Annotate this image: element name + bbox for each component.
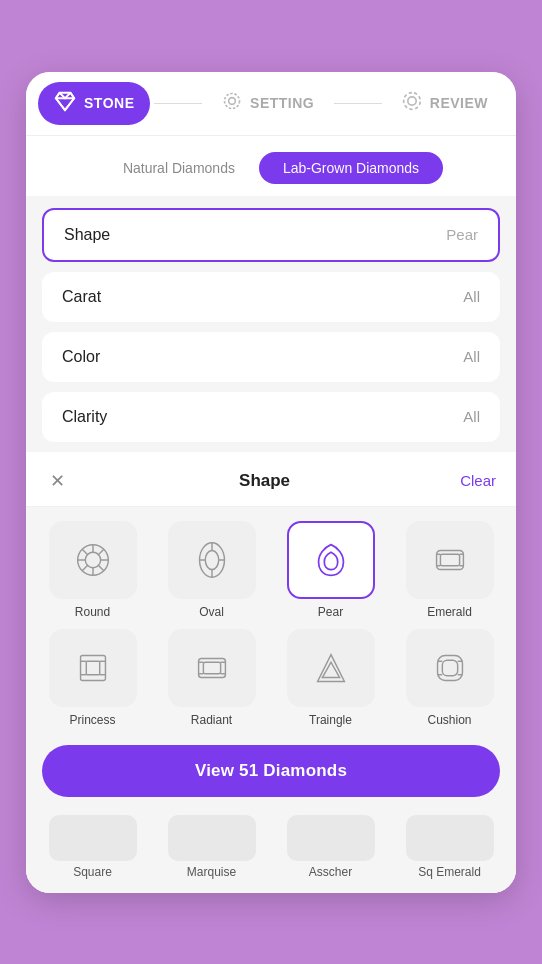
filter-color-value: All <box>463 348 480 365</box>
bottom-shape-labels: Square Marquise Asscher Sq Emerald <box>26 809 516 893</box>
shape-label-sq-emerald: Sq Emerald <box>418 865 481 879</box>
shape-label-cushion: Cushion <box>427 713 471 727</box>
shape-icon-traingle <box>287 629 375 707</box>
shape-icon-radiant <box>168 629 256 707</box>
svg-point-2 <box>408 96 416 104</box>
shape-label-marquise: Marquise <box>187 865 236 879</box>
shape-label-pear: Pear <box>318 605 343 619</box>
shape-icon-sq-emerald <box>406 815 494 861</box>
filter-carat-label: Carat <box>62 288 101 306</box>
svg-rect-26 <box>86 661 99 674</box>
svg-line-12 <box>82 564 88 570</box>
nav-divider-2 <box>334 103 382 104</box>
shape-icon-princess <box>49 629 137 707</box>
filter-shape-label: Shape <box>64 226 110 244</box>
shape-item-sq-emerald[interactable]: Sq Emerald <box>395 815 504 879</box>
shape-label-square: Square <box>73 865 112 879</box>
shape-item-radiant[interactable]: Radiant <box>157 629 266 727</box>
clear-button[interactable]: Clear <box>460 472 496 489</box>
shape-icon-oval <box>168 521 256 599</box>
ring-icon-review <box>402 91 422 116</box>
diamond-type-tabs: Natural Diamonds Lab-Grown Diamonds <box>26 136 516 196</box>
shape-icon-cushion <box>406 629 494 707</box>
svg-line-9 <box>82 549 88 555</box>
shape-label-oval: Oval <box>199 605 224 619</box>
shape-modal-header: ✕ Shape Clear <box>26 452 516 507</box>
svg-point-0 <box>229 97 236 104</box>
cta-row: View 51 Diamonds <box>26 735 516 809</box>
filter-clarity-value: All <box>463 408 480 425</box>
filters-section: Shape Pear Carat All Color All Clarity A… <box>26 196 516 442</box>
nav-divider-1 <box>154 103 202 104</box>
svg-point-14 <box>205 550 218 569</box>
shape-icon-pear <box>287 521 375 599</box>
filter-clarity-label: Clarity <box>62 408 107 426</box>
shape-icon-asscher <box>287 815 375 861</box>
shape-label-asscher: Asscher <box>309 865 352 879</box>
svg-marker-38 <box>322 662 339 677</box>
shape-label-radiant: Radiant <box>191 713 232 727</box>
shape-modal: ✕ Shape Clear <box>26 452 516 893</box>
shape-item-round[interactable]: Round <box>38 521 147 619</box>
nav-step-stone[interactable]: STONE <box>38 82 150 125</box>
svg-rect-32 <box>203 662 220 674</box>
close-button[interactable]: ✕ <box>46 468 69 494</box>
tab-lab-grown-diamonds[interactable]: Lab-Grown Diamonds <box>259 152 443 184</box>
diamond-icon <box>54 90 76 117</box>
svg-rect-40 <box>442 660 457 675</box>
shape-item-asscher[interactable]: Asscher <box>276 815 385 879</box>
svg-line-11 <box>97 549 103 555</box>
filter-carat-value: All <box>463 288 480 305</box>
filter-clarity[interactable]: Clarity All <box>42 392 500 442</box>
shape-icon-square <box>49 815 137 861</box>
shape-icon-round <box>49 521 137 599</box>
shape-item-cushion[interactable]: Cushion <box>395 629 504 727</box>
shape-item-pear[interactable]: Pear <box>276 521 385 619</box>
shape-grid: Round Oval <box>26 507 516 735</box>
filter-shape[interactable]: Shape Pear <box>42 208 500 262</box>
shape-label-round: Round <box>75 605 110 619</box>
shape-icon-emerald <box>406 521 494 599</box>
svg-rect-31 <box>198 658 225 677</box>
nav-step-setting[interactable]: SETTING <box>206 83 330 124</box>
shape-item-princess[interactable]: Princess <box>38 629 147 727</box>
nav-step-stone-label: STONE <box>84 95 134 111</box>
svg-point-1 <box>225 93 240 108</box>
svg-rect-25 <box>80 655 105 680</box>
filter-carat[interactable]: Carat All <box>42 272 500 322</box>
view-diamonds-button[interactable]: View 51 Diamonds <box>42 745 500 797</box>
svg-rect-20 <box>440 554 459 566</box>
nav-step-setting-label: SETTING <box>250 95 314 111</box>
shape-label-princess: Princess <box>69 713 115 727</box>
nav-step-review-label: REVIEW <box>430 95 488 111</box>
shape-item-marquise[interactable]: Marquise <box>157 815 266 879</box>
filter-shape-value: Pear <box>446 226 478 243</box>
ring-icon-setting <box>222 91 242 116</box>
shape-item-oval[interactable]: Oval <box>157 521 266 619</box>
filter-color-label: Color <box>62 348 100 366</box>
shape-modal-title: Shape <box>69 471 460 491</box>
shape-label-traingle: Traingle <box>309 713 352 727</box>
shape-item-traingle[interactable]: Traingle <box>276 629 385 727</box>
nav-step-review[interactable]: REVIEW <box>386 83 504 124</box>
shape-icon-marquise <box>168 815 256 861</box>
svg-line-10 <box>97 564 103 570</box>
svg-rect-39 <box>437 655 462 680</box>
tab-natural-diamonds[interactable]: Natural Diamonds <box>99 152 259 184</box>
filter-color[interactable]: Color All <box>42 332 500 382</box>
shape-item-square[interactable]: Square <box>38 815 147 879</box>
top-nav: STONE SETTING REVIEW <box>26 72 516 136</box>
shape-label-emerald: Emerald <box>427 605 472 619</box>
shape-item-emerald[interactable]: Emerald <box>395 521 504 619</box>
